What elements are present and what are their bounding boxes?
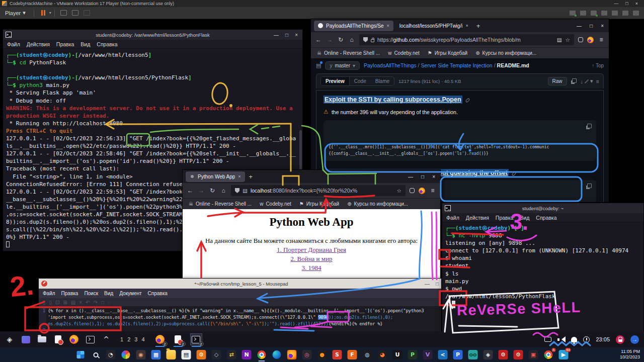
yellow-arrows-app[interactable]: ⇄ — [226, 349, 237, 360]
blender-app[interactable]: ◕ — [377, 349, 388, 360]
new-tab-button[interactable]: + — [249, 173, 253, 180]
menu-item[interactable]: Действия — [27, 41, 50, 47]
power-manager-icon[interactable] — [583, 336, 590, 343]
forward-button[interactable]: → — [198, 187, 205, 194]
settings-icon[interactable] — [622, 11, 628, 16]
forward-button[interactable]: → — [326, 36, 333, 43]
notes-app[interactable]: ▤ — [181, 349, 192, 360]
menu-item[interactable]: Справка — [97, 41, 117, 47]
copy-code-icon[interactable] — [587, 124, 592, 128]
telegram-app[interactable]: ▶64 — [558, 349, 569, 360]
kali-app[interactable]: ◈ — [483, 349, 494, 360]
reload-button[interactable]: ↻ — [337, 36, 344, 43]
workspace-number[interactable]: 2 — [126, 336, 132, 342]
hdd-icon[interactable] — [570, 11, 576, 16]
edit-dropdown-icon[interactable]: ▾ — [590, 78, 593, 84]
bookmark-star-icon[interactable]: ☆ — [566, 37, 570, 43]
app-menu-button[interactable]: ≡ — [429, 187, 436, 194]
toolbar-icon[interactable]: ▤ — [71, 300, 75, 305]
home-button[interactable]: ⌂ — [220, 187, 227, 194]
outline-icon[interactable]: ≡ — [596, 78, 599, 84]
fl-studio-app[interactable]: ● — [317, 349, 328, 360]
toolbar-icon[interactable]: ↷ — [94, 300, 98, 305]
menu-item[interactable]: Вид — [520, 215, 529, 221]
file-manager-button[interactable] — [36, 334, 47, 345]
cinema4d-app[interactable]: ◍ — [362, 349, 373, 360]
tab-close-icon[interactable]: × — [465, 23, 468, 28]
minimize-button[interactable]: — — [577, 23, 582, 29]
menu-item[interactable]: Справка — [148, 291, 168, 296]
fullscreen-icon[interactable] — [633, 11, 639, 16]
usb-icon[interactable] — [601, 11, 607, 16]
kali-menu-button[interactable]: ◈ — [4, 334, 15, 345]
firefox-account-icon[interactable] — [419, 188, 425, 194]
terminal-window-button[interactable]: 2 — [191, 334, 202, 345]
vmware-maximize-button[interactable]: □ — [625, 1, 628, 6]
profile-app[interactable]: ◉ — [136, 349, 146, 360]
new-tab-button[interactable]: + — [476, 22, 480, 30]
branch-selector[interactable]: y master ▾ — [325, 61, 360, 70]
reader-view-icon[interactable]: ▤ — [557, 37, 562, 43]
heading-subprocess-popen[interactable]: Exploit the SSTI by calling subprocess.P… — [324, 96, 462, 104]
terminal-nc-titlebar[interactable]: >_ student@codeby: ~ — [442, 203, 643, 213]
Игры Кодебай[interactable]: ⚑Игры Кодебай — [299, 201, 339, 207]
workspace-number[interactable]: 4 — [140, 336, 146, 342]
firefox-button[interactable] — [68, 334, 79, 345]
firefox-window-button[interactable]: 2 — [154, 334, 166, 345]
tracking-shield-icon[interactable] — [363, 37, 368, 42]
maximize-button[interactable]: □ — [436, 281, 439, 287]
anchor-link-icon[interactable] — [465, 98, 470, 103]
vm-ctrl-alt-del-button[interactable] — [60, 10, 67, 16]
show-apps-caret[interactable]: ^ — [101, 334, 112, 345]
Codeby.net[interactable]: wCodeby.net — [260, 201, 291, 207]
edit-pencil-icon[interactable] — [585, 79, 589, 83]
toolbar-icon[interactable]: ⊞ — [63, 300, 67, 305]
pocket-icon[interactable] — [578, 37, 583, 42]
breadcrumb-folder-link[interactable]: Server Side Template Injection — [421, 62, 492, 68]
breadcrumb-repo-link[interactable]: PayloadsAllTheThings — [364, 62, 416, 68]
p-blue-app[interactable]: P — [453, 349, 463, 360]
mousepad-titlebar[interactable]: *~/Рабочий стол/tmp_lesson_5 - Mousepad … — [39, 279, 444, 289]
file-explorer[interactable] — [166, 349, 177, 360]
file-tree-icon[interactable]: ▤ — [316, 62, 321, 69]
back-button[interactable]: ← — [315, 36, 322, 43]
maximize-button[interactable]: □ — [285, 32, 288, 38]
volume-icon[interactable] — [557, 336, 565, 343]
toolbar-icon[interactable]: ▯ — [49, 300, 52, 305]
copy-code-icon[interactable] — [587, 184, 592, 188]
app-menu-button[interactable]: ≡ — [598, 36, 605, 43]
start-button[interactable] — [75, 349, 86, 360]
s-red-app[interactable]: S — [332, 349, 343, 360]
close-button[interactable]: × — [601, 23, 604, 29]
minimize-button[interactable]: — — [408, 174, 413, 179]
Игры Кодебай[interactable]: ⚑Игры Кодебай — [428, 50, 467, 56]
edge-browser[interactable] — [272, 349, 282, 360]
search-button[interactable] — [91, 349, 101, 360]
raw-button[interactable]: Raw — [548, 77, 567, 85]
toolbar-icon[interactable]: ◌ — [108, 300, 111, 305]
windows-clock[interactable]: 11:05 PM 10/2/2023 — [620, 349, 640, 360]
settings-orange-app[interactable]: ⚙ — [196, 349, 207, 360]
vm-pause-chevron[interactable]: ▾ — [49, 11, 51, 15]
notifications-bell-icon[interactable] — [571, 337, 577, 342]
mousepad-editor[interactable]: {% for x in ().__class__.__base__.__subc… — [46, 306, 444, 331]
toolbar-icon[interactable]: □ — [101, 300, 104, 305]
workspaces-button[interactable] — [544, 337, 551, 342]
minimize-button[interactable]: — — [425, 281, 430, 287]
menu-item[interactable]: Документ — [119, 291, 141, 296]
speedtest-app[interactable]: ◔ — [106, 349, 116, 360]
Online - Reverse Shell ...[interactable]: ☠Online - Reverse Shell ... — [317, 50, 380, 56]
visual-studio-app[interactable]: V — [423, 349, 433, 360]
menu-item[interactable]: Правка — [61, 291, 78, 296]
menu-item[interactable]: Справка — [536, 215, 556, 221]
reload-button[interactable]: ↻ — [209, 187, 216, 194]
tab-blame[interactable]: Blame — [371, 77, 394, 85]
close-button[interactable]: × — [295, 32, 298, 38]
network-icon[interactable] — [591, 11, 597, 16]
tracking-shield-icon[interactable] — [235, 188, 239, 193]
toolbar-icon[interactable]: × — [79, 300, 82, 305]
vmware-close-button[interactable]: × — [635, 1, 638, 6]
vmware-app[interactable]: ◇ — [211, 349, 222, 360]
anchor-link-icon[interactable] — [511, 171, 516, 176]
book-link[interactable]: 2. Война и мир — [183, 255, 440, 263]
